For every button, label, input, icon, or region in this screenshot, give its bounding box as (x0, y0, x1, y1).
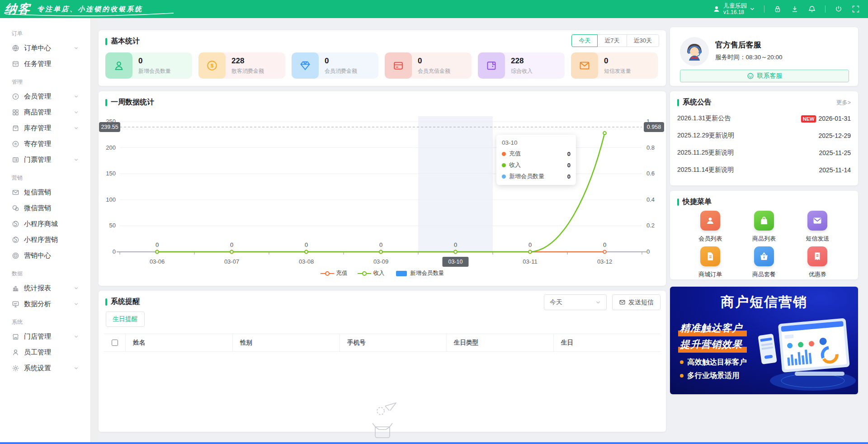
reminder-table: 姓名 性别 手机号 生日类型 生日 暂无数据 (104, 334, 660, 352)
svg-text:0.8: 0.8 (646, 144, 655, 151)
stat-value: 0 (138, 56, 171, 66)
svg-text:0.4: 0.4 (646, 196, 655, 203)
svg-text:03-11: 03-11 (523, 258, 537, 265)
mail-icon (571, 52, 598, 79)
title-accent-bar (677, 99, 679, 106)
svg-text:03-06: 03-06 (150, 258, 165, 265)
basket-icon (754, 246, 774, 266)
chevron-down-icon (74, 126, 79, 131)
sidebar-item-2-0[interactable]: 短信营销 (0, 184, 90, 200)
store-icon (12, 333, 19, 340)
column-gender: 性别 (233, 334, 340, 351)
sidebar-item-1-0[interactable]: 会员管理 (0, 89, 90, 104)
chart-panel-title: 一周数据统计 (111, 98, 154, 107)
sidebar-item-1-1[interactable]: 商品管理 (0, 104, 90, 120)
stat-card-member-spend: 0会员消费金额 (292, 52, 378, 79)
member-icon (12, 93, 19, 100)
banner-highlight-line: 精准触达客户 (678, 321, 747, 336)
sidebar-item-label: 小程序商城 (24, 220, 58, 228)
date-range-group: 今天 近7天 近30天 (571, 34, 659, 47)
mail-icon (12, 189, 19, 196)
ticket-icon (12, 156, 19, 164)
target-icon (12, 252, 19, 260)
sidebar-item-2-2[interactable]: 小程序商城 (0, 216, 90, 232)
weekly-chart-panel: 一周数据统计 05010015020025000.20.40.60.81239.… (99, 91, 666, 286)
miniapp-icon (12, 220, 19, 228)
select-value: 今天 (550, 298, 562, 307)
stat-card-total-income: 228综合收入 (478, 52, 565, 79)
reminder-panel-title: 系统提醒 (111, 297, 140, 307)
weekly-line-chart[interactable]: 05010015020025000.20.40.60.81239.550.958… (99, 109, 666, 269)
tooltip-row-income: 收入0 (502, 161, 571, 169)
quick-item-coupons[interactable]: 优惠券 (791, 246, 844, 279)
announcement-item[interactable]: 2026.1.31更新公告 NEW2026-01-31 (677, 113, 851, 124)
chevron-down-icon (74, 334, 79, 339)
send-sms-button[interactable]: 发送短信 (612, 294, 660, 310)
bottom-scrollbar[interactable] (0, 442, 868, 444)
announcement-item[interactable]: 2025.11.14更新说明2025-11-14 (677, 164, 851, 176)
lock-icon[interactable] (774, 5, 782, 13)
sidebar-item-0-0[interactable]: 订单中心 (0, 40, 90, 56)
range-button-today[interactable]: 今天 (571, 34, 598, 47)
chevron-down-icon (74, 94, 79, 99)
quick-item-product-combo[interactable]: 商品套餐 (737, 246, 791, 279)
store-switcher[interactable]: 儿童乐园 v1.16.18 (712, 3, 755, 16)
sidebar-item-1-4[interactable]: 门票管理 (0, 152, 90, 168)
reminder-range-select[interactable]: 今天 (544, 294, 607, 310)
table-header-row: 姓名 性别 手机号 生日类型 生日 (104, 334, 660, 352)
tab-birthday-reminder[interactable]: 生日提醒 (106, 312, 145, 327)
svg-text:0: 0 (454, 241, 457, 248)
sidebar-item-2-4[interactable]: 营销中心 (0, 248, 90, 264)
range-button-7days[interactable]: 近7天 (597, 34, 627, 47)
sidebar-item-3-1[interactable]: 数据分析 (0, 296, 90, 312)
svg-text:03-10: 03-10 (448, 259, 463, 265)
chevron-down-icon (74, 286, 79, 291)
sidebar-scrollbar[interactable] (90, 18, 98, 444)
legend-item-recharge[interactable]: 充值 (321, 269, 348, 277)
quick-item-sms-send[interactable]: 短信发送 (791, 211, 844, 243)
svg-text:0: 0 (646, 248, 650, 255)
chart-legend: 充值 收入 新增会员数量 (99, 269, 666, 277)
basic-stats-panel: 基本统计 今天 近7天 近30天 0新增会员数量 228散客消费金额 0会员消费… (99, 30, 666, 86)
svg-text:0: 0 (230, 241, 233, 248)
more-link[interactable]: 更多> (836, 99, 851, 107)
announcement-item[interactable]: 2025.11.25更新说明2025-11-25 (677, 147, 851, 159)
quick-item-product-list[interactable]: 商品列表 (737, 211, 791, 243)
sidebar-item-label: 微信营销 (24, 204, 51, 213)
column-birthday-type: 生日类型 (447, 334, 554, 351)
sidebar-item-4-2[interactable]: 系统设置 (0, 360, 90, 376)
contact-service-button[interactable]: 联系客服 (680, 70, 849, 82)
sms-marketing-ad-banner[interactable]: 商户短信营销 精准触达客户 提升营销效果 高效触达目标客户 多行业场景适用 (670, 287, 858, 394)
service-title: 官方售后客服 (715, 40, 761, 50)
quick-item-member-list[interactable]: 会员列表 (684, 211, 737, 243)
sidebar-item-1-2[interactable]: 库存管理 (0, 120, 90, 136)
doc-icon (700, 246, 720, 266)
sidebar-item-2-1[interactable]: 微信营销 (0, 200, 90, 216)
sidebar-item-4-0[interactable]: 门店管理 (0, 329, 90, 345)
quick-item-mall-orders[interactable]: 商城订单 (684, 246, 737, 279)
sidebar-item-4-1[interactable]: 员工管理 (0, 345, 90, 360)
tooltip-date: 03-10 (502, 139, 571, 146)
sidebar-item-label: 数据分析 (24, 300, 51, 308)
sidebar-item-1-3[interactable]: 寄存管理 (0, 136, 90, 152)
sidebar-item-2-3[interactable]: 小程序营销 (0, 232, 90, 248)
legend-item-income[interactable]: 收入 (358, 269, 385, 277)
announcement-item[interactable]: 2025.12.29更新说明2025-12-29 (677, 130, 851, 142)
legend-item-new-members[interactable]: 新增会员数量 (395, 269, 444, 277)
quick-menu-panel: 快捷菜单 会员列表 商品列表 短信发送 商城订单 商品套餐 优惠券 (670, 191, 858, 279)
fullscreen-icon[interactable] (852, 5, 860, 13)
range-button-30days[interactable]: 近30天 (627, 34, 659, 47)
sidebar-item-0-1[interactable]: 任务管理 (0, 56, 90, 72)
column-name: 姓名 (126, 334, 233, 351)
power-icon[interactable] (835, 5, 843, 13)
select-all-checkbox[interactable] (112, 340, 118, 346)
chevron-down-icon (750, 6, 755, 12)
svg-text:200: 200 (106, 144, 116, 151)
globe-icon (12, 44, 19, 52)
download-icon[interactable] (791, 5, 799, 13)
svg-text:03-09: 03-09 (373, 258, 388, 265)
sidebar-item-3-0[interactable]: 统计报表 (0, 280, 90, 296)
wallet-icon (478, 52, 505, 79)
stat-label: 综合收入 (511, 67, 533, 75)
bell-icon[interactable] (808, 5, 816, 13)
